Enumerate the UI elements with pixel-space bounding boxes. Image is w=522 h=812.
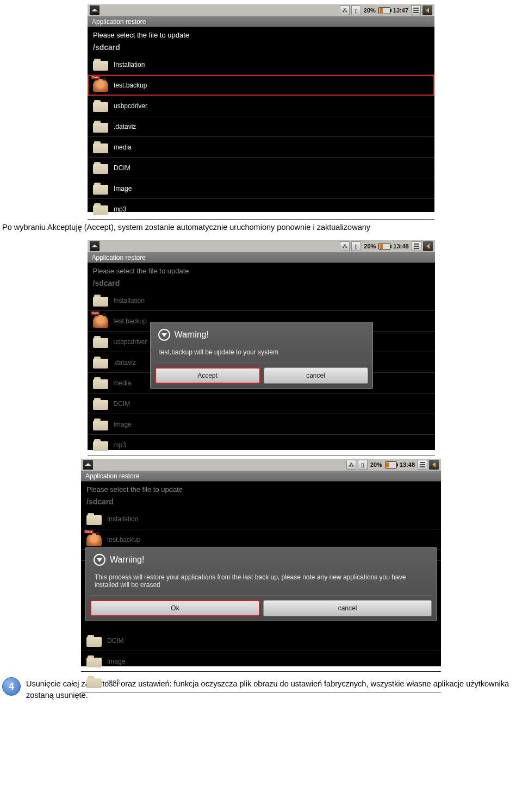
list-item[interactable]: DCIM [88,158,434,178]
current-path: /sdcard [88,42,434,54]
signal-icon: ▯ [358,460,368,470]
file-name: Image [114,185,132,192]
menu-icon[interactable] [412,241,421,251]
folder-icon [93,121,108,133]
signal-icon: ▯ [351,5,361,15]
file-name: Installation [114,61,145,68]
dialog-title: Warning! [110,555,144,565]
warning-dialog: Warning! test.backup will be update to y… [150,322,373,389]
clock: 13:48 [399,461,416,468]
app-title: Application restore [81,471,441,482]
folder-icon [93,59,108,71]
instruction-text: Please select the file to update [88,263,435,278]
instruction-text: Please select the file to update [88,27,434,42]
accept-button[interactable]: Accept [155,367,260,384]
bluetooth-icon: ⁂ [340,5,350,15]
screenshot-file-list: ⁂ ▯ 20% 13:47 Application restore Please… [88,4,434,212]
home-icon[interactable] [83,460,93,470]
list-item[interactable]: Image [88,178,434,199]
file-name: usbpcdriver [114,102,147,110]
list-item[interactable]: mp3 [88,199,434,220]
clock: 13:48 [392,243,409,249]
folder-icon [93,141,108,153]
list-item-selected[interactable]: Data test.backup [88,75,434,96]
list-item[interactable]: Installation [88,54,434,75]
home-icon[interactable] [90,5,100,15]
status-bar: ⁂ ▯ 20% 13:48 [81,459,441,471]
bluetooth-icon: ⁂ [346,460,356,470]
backup-file-icon: Data [93,79,108,92]
ok-button[interactable]: Ok [90,600,260,616]
status-bar: ⁂ ▯ 20% 13:47 [88,4,434,16]
status-bar: ⁂ ▯ 20% 13:48 [88,240,435,252]
battery-percent: 20% [369,461,383,468]
app-title: Application restore [88,16,434,27]
folder-icon [93,162,108,174]
home-icon[interactable] [90,241,100,251]
dialog-body: test.backup will be update to your syste… [155,345,368,363]
folder-icon [93,203,108,215]
screenshot-warning-dialog-1: ⁂ ▯ 20% 13:48 Application restore Please… [88,240,435,450]
warning-icon [158,329,170,341]
bluetooth-icon: ⁂ [340,241,350,251]
dialog-body: This process will restore your applicati… [90,570,432,596]
dialog-title: Warning! [175,330,209,340]
warning-icon [94,554,105,566]
back-icon[interactable] [422,5,432,15]
back-icon[interactable] [429,460,439,470]
file-name: media [114,143,132,151]
file-name: .dataviz [114,123,136,130]
file-name: mp3 [114,205,126,213]
file-name: test.backup [114,82,147,89]
clock: 13:47 [392,7,409,14]
list-item[interactable]: .dataviz [88,116,434,137]
step-badge: 4 [2,677,21,696]
menu-icon[interactable] [411,5,421,15]
cancel-button[interactable]: cancel [264,367,368,384]
warning-dialog: Warning! This process will restore your … [85,547,437,621]
current-path: /sdcard [81,496,441,509]
file-name: DCIM [114,164,130,172]
current-path: /sdcard [88,278,435,290]
screenshot-warning-dialog-2: ⁂ ▯ 20% 13:48 Application restore Please… [81,459,441,666]
folder-icon [93,100,108,112]
menu-icon[interactable] [418,460,427,470]
list-item[interactable]: usbpcdriver [88,96,434,116]
app-title: Application restore [88,252,435,263]
file-list: Installation Data test.backup usbpcdrive… [88,54,434,220]
battery-icon [385,461,397,469]
battery-icon [378,7,390,14]
list-item[interactable]: media [88,137,434,158]
battery-icon [378,243,390,250]
signal-icon: ▯ [351,241,361,251]
battery-percent: 20% [363,243,377,249]
back-icon[interactable] [423,241,433,251]
cancel-button[interactable]: cancel [263,600,432,616]
folder-icon [93,183,108,195]
instruction-text: Please select the file to update [81,482,441,496]
battery-percent: 20% [363,7,377,14]
